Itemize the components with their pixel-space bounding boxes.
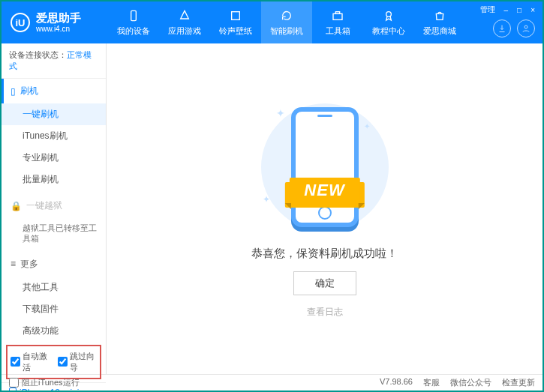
version-label: V7.98.66	[380, 377, 413, 388]
sidebar-group-flash[interactable]: ▯ 刷机	[2, 79, 106, 103]
nav-ringtones[interactable]: 铃声壁纸	[210, 1, 261, 43]
svg-rect-1	[232, 11, 240, 19]
window-controls: 管理 – □ ×	[479, 4, 536, 15]
checkbox-label: 自动激活	[23, 351, 50, 373]
sparkle-icon: ✦	[263, 194, 270, 205]
new-ribbon: NEW	[289, 178, 359, 203]
wallpaper-icon	[229, 9, 242, 22]
nav-store[interactable]: 爱思商城	[414, 1, 465, 43]
sidebar-item-other[interactable]: 其他工具	[2, 277, 106, 298]
menu-button[interactable]: 管理	[479, 4, 497, 15]
nav-tutorials[interactable]: 教程中心	[363, 1, 414, 43]
wechat-link[interactable]: 微信公众号	[450, 377, 491, 388]
download-button[interactable]	[493, 19, 511, 37]
success-illustration: ✦ ✦ ✦ NEW	[246, 100, 404, 235]
success-message: 恭喜您，保资料刷机成功啦！	[251, 247, 398, 261]
sidebar: 设备连接状态：正常模式 ▯ 刷机 一键刷机 iTunes刷机 专业刷机 批量刷机…	[2, 43, 107, 374]
nav-label: 教程中心	[372, 25, 405, 37]
svg-rect-3	[335, 11, 339, 13]
nav-my-device[interactable]: 我的设备	[108, 1, 159, 43]
lock-icon: 🔒	[11, 201, 22, 211]
nav-label: 铃声壁纸	[219, 25, 252, 37]
sidebar-group-jailbreak: 🔒 一键越狱	[2, 193, 106, 218]
menu-icon: ≡	[11, 259, 16, 269]
svg-rect-0	[131, 10, 137, 20]
nav-label: 工具箱	[326, 25, 350, 37]
sidebar-item-batch[interactable]: 批量刷机	[2, 169, 106, 190]
toolbox-icon	[331, 9, 344, 22]
nav-toolbox[interactable]: 工具箱	[312, 1, 363, 43]
svg-point-5	[524, 25, 527, 28]
main-content: ✦ ✦ ✦ NEW 恭喜您，保资料刷机成功啦！ 确定 查看日志	[107, 43, 542, 374]
group-label: 刷机	[20, 85, 38, 97]
check-update-link[interactable]: 检查更新	[502, 377, 535, 388]
apps-icon	[178, 9, 191, 22]
sidebar-item-oneclick[interactable]: 一键刷机	[2, 103, 106, 125]
checkbox-label: 跳过向导	[70, 351, 98, 373]
app-header: iU 爱思助手 www.i4.cn 我的设备 应用游戏 铃声壁纸 智能刷机 工具…	[2, 1, 542, 43]
nav-label: 应用游戏	[168, 25, 201, 37]
sidebar-item-itunes[interactable]: iTunes刷机	[2, 125, 106, 147]
jailbreak-note: 越狱工具已转移至工具箱	[2, 218, 106, 249]
view-log-link[interactable]: 查看日志	[307, 306, 343, 319]
brand-name: 爱思助手	[36, 12, 81, 25]
logo: iU 爱思助手 www.i4.cn	[11, 12, 108, 33]
minimize-button[interactable]: –	[503, 6, 510, 14]
block-itunes-checkbox[interactable]: 阻止iTunes运行	[9, 377, 80, 388]
svg-rect-2	[333, 13, 342, 19]
sparkle-icon: ✦	[276, 107, 285, 119]
logo-icon: iU	[11, 13, 30, 32]
phone-icon	[127, 9, 140, 22]
refresh-icon	[280, 9, 293, 22]
sidebar-group-more[interactable]: ≡ 更多	[2, 252, 106, 277]
support-link[interactable]: 客服	[423, 377, 440, 388]
nav-apps[interactable]: 应用游戏	[159, 1, 210, 43]
close-button[interactable]: ×	[529, 6, 536, 14]
phone-icon: ▯	[11, 86, 16, 97]
options-highlighted: 自动激活 跳过向导	[6, 345, 101, 379]
main-nav: 我的设备 应用游戏 铃声壁纸 智能刷机 工具箱 教程中心 爱思商城	[108, 1, 465, 43]
group-label: 更多	[20, 258, 38, 271]
brand-url: www.i4.cn	[36, 25, 81, 33]
user-button[interactable]	[517, 19, 535, 37]
checkbox-label: 阻止iTunes运行	[22, 377, 80, 388]
sidebar-item-advanced[interactable]: 高级功能	[2, 320, 106, 342]
bag-icon	[433, 9, 446, 22]
nav-label: 爱思商城	[423, 25, 456, 37]
auto-activate-checkbox[interactable]: 自动激活	[11, 351, 50, 373]
sparkle-icon: ✦	[364, 122, 370, 130]
sidebar-item-pro[interactable]: 专业刷机	[2, 147, 106, 169]
group-label: 一键越狱	[26, 199, 62, 212]
maximize-button[interactable]: □	[515, 6, 523, 14]
conn-label: 设备连接状态：	[9, 50, 67, 59]
phone-icon	[291, 107, 359, 227]
sidebar-item-download[interactable]: 下载固件	[2, 298, 106, 320]
nav-flash[interactable]: 智能刷机	[261, 1, 312, 43]
nav-label: 我的设备	[117, 25, 150, 37]
nav-label: 智能刷机	[270, 25, 303, 37]
svg-point-4	[386, 11, 392, 16]
skip-guide-checkbox[interactable]: 跳过向导	[58, 351, 98, 373]
ok-button[interactable]: 确定	[293, 271, 356, 295]
connection-status: 设备连接状态：正常模式	[2, 43, 106, 79]
ribbon-icon	[382, 9, 395, 22]
